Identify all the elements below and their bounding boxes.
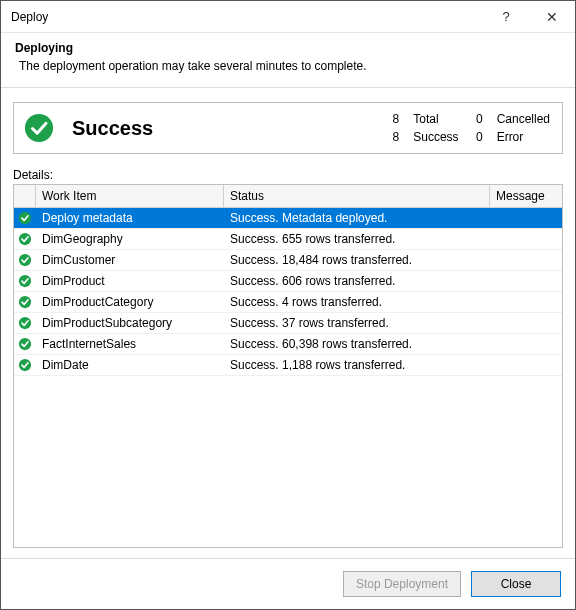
row-work-item: DimProductSubcategory bbox=[36, 314, 224, 332]
summary-stats: 8 Total 0 Cancelled 8 Success 0 Error bbox=[389, 112, 550, 144]
header: Deploying The deployment operation may t… bbox=[1, 33, 575, 88]
svg-point-7 bbox=[19, 338, 31, 350]
header-title: Deploying bbox=[15, 41, 561, 55]
row-work-item: DimProductCategory bbox=[36, 293, 224, 311]
col-header-icon[interactable] bbox=[14, 185, 36, 207]
row-status: Success. 37 rows transferred. bbox=[224, 314, 490, 332]
success-check-icon bbox=[14, 354, 36, 376]
svg-point-1 bbox=[19, 212, 31, 224]
summary-panel: Success 8 Total 0 Cancelled 8 Success 0 … bbox=[13, 102, 563, 154]
title-bar: Deploy ? ✕ bbox=[1, 1, 575, 33]
success-check-icon bbox=[14, 291, 36, 313]
details-grid: Work Item Status Message Deploy metadata… bbox=[13, 184, 563, 548]
svg-point-4 bbox=[19, 275, 31, 287]
svg-point-8 bbox=[19, 359, 31, 371]
svg-point-0 bbox=[25, 114, 53, 142]
svg-point-5 bbox=[19, 296, 31, 308]
stat-success-l: Success bbox=[413, 130, 458, 144]
details-label: Details: bbox=[13, 168, 563, 182]
table-row[interactable]: DimProductSuccess. 606 rows transferred. bbox=[14, 271, 562, 292]
row-status: Success. 606 rows transferred. bbox=[224, 272, 490, 290]
table-row[interactable]: FactInternetSalesSuccess. 60,398 rows tr… bbox=[14, 334, 562, 355]
row-work-item: DimGeography bbox=[36, 230, 224, 248]
content: Success 8 Total 0 Cancelled 8 Success 0 … bbox=[1, 88, 575, 558]
col-header-message[interactable]: Message bbox=[490, 185, 562, 207]
grid-header: Work Item Status Message bbox=[14, 185, 562, 208]
grid-body: Deploy metadataSuccess. Metadata deploye… bbox=[14, 208, 562, 547]
row-work-item: DimProduct bbox=[36, 272, 224, 290]
table-row[interactable]: DimGeographySuccess. 655 rows transferre… bbox=[14, 229, 562, 250]
stat-success-n: 8 bbox=[389, 130, 399, 144]
success-check-icon bbox=[14, 312, 36, 334]
row-message bbox=[490, 279, 562, 283]
stat-total-n: 8 bbox=[389, 112, 399, 126]
row-message bbox=[490, 216, 562, 220]
row-status: Success. 655 rows transferred. bbox=[224, 230, 490, 248]
row-work-item: Deploy metadata bbox=[36, 209, 224, 227]
svg-point-6 bbox=[19, 317, 31, 329]
stat-error-l: Error bbox=[497, 130, 550, 144]
row-status: Success. 4 rows transferred. bbox=[224, 293, 490, 311]
close-button[interactable]: Close bbox=[471, 571, 561, 597]
table-row[interactable]: DimCustomerSuccess. 18,484 rows transfer… bbox=[14, 250, 562, 271]
table-row[interactable]: DimProductCategorySuccess. 4 rows transf… bbox=[14, 292, 562, 313]
header-subtitle: The deployment operation may take severa… bbox=[15, 59, 561, 73]
col-header-work[interactable]: Work Item bbox=[36, 185, 224, 207]
row-message bbox=[490, 363, 562, 367]
svg-point-3 bbox=[19, 254, 31, 266]
window-title: Deploy bbox=[11, 10, 483, 24]
table-row[interactable]: Deploy metadataSuccess. Metadata deploye… bbox=[14, 208, 562, 229]
row-message bbox=[490, 300, 562, 304]
window-close-button[interactable]: ✕ bbox=[529, 1, 575, 33]
success-check-icon bbox=[14, 208, 36, 229]
stat-error-n: 0 bbox=[473, 130, 483, 144]
footer: Stop Deployment Close bbox=[1, 558, 575, 609]
row-work-item: DimDate bbox=[36, 356, 224, 374]
row-status: Success. Metadata deployed. bbox=[224, 209, 490, 227]
row-status: Success. 1,188 rows transferred. bbox=[224, 356, 490, 374]
row-message bbox=[490, 258, 562, 262]
summary-label: Success bbox=[70, 117, 373, 140]
row-status: Success. 18,484 rows transferred. bbox=[224, 251, 490, 269]
row-work-item: FactInternetSales bbox=[36, 335, 224, 353]
success-check-icon bbox=[14, 228, 36, 250]
stop-deployment-button: Stop Deployment bbox=[343, 571, 461, 597]
success-check-icon bbox=[14, 270, 36, 292]
stat-cancelled-n: 0 bbox=[473, 112, 483, 126]
help-button[interactable]: ? bbox=[483, 1, 529, 33]
success-check-icon bbox=[14, 333, 36, 355]
table-row[interactable]: DimDateSuccess. 1,188 rows transferred. bbox=[14, 355, 562, 376]
success-check-icon bbox=[24, 113, 54, 143]
table-row[interactable]: DimProductSubcategorySuccess. 37 rows tr… bbox=[14, 313, 562, 334]
stat-total-l: Total bbox=[413, 112, 458, 126]
col-header-status[interactable]: Status bbox=[224, 185, 490, 207]
svg-point-2 bbox=[19, 233, 31, 245]
row-message bbox=[490, 237, 562, 241]
row-message bbox=[490, 342, 562, 346]
row-status: Success. 60,398 rows transferred. bbox=[224, 335, 490, 353]
row-work-item: DimCustomer bbox=[36, 251, 224, 269]
success-check-icon bbox=[14, 249, 36, 271]
stat-cancelled-l: Cancelled bbox=[497, 112, 550, 126]
row-message bbox=[490, 321, 562, 325]
